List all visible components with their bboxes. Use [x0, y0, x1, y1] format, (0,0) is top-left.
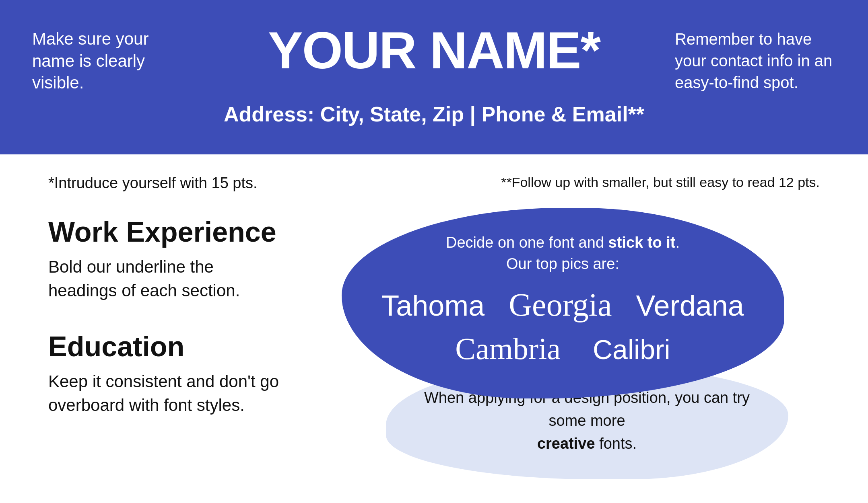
- left-column: Work Experience Bold our underline the h…: [48, 216, 282, 446]
- font-georgia: Georgia: [509, 287, 612, 323]
- font-blob-intro: Decide on one font and stick to it.Our t…: [446, 232, 680, 275]
- light-blob-after: fonts.: [599, 435, 637, 452]
- font-cambria: Cambria: [455, 331, 561, 366]
- tip-right-text: Remember to have your contact info in an…: [675, 24, 836, 93]
- font-blob: Decide on one font and stick to it.Our t…: [342, 208, 784, 398]
- header-top-row: Make sure your name is clearly visible. …: [32, 24, 836, 94]
- education-body: Keep it consistent and don't go overboar…: [48, 370, 282, 417]
- main-content: *Intruduce yourself with 15 pts. **Follo…: [0, 154, 868, 503]
- right-column: Decide on one font and stick to it.Our t…: [306, 216, 820, 479]
- header-banner: Make sure your name is clearly visible. …: [0, 0, 868, 154]
- footnote-right: **Follow up with smaller, but still easy…: [501, 175, 820, 190]
- font-names-row1: Tahoma Georgia Verdana: [381, 287, 744, 323]
- tip-left-text: Make sure your name is clearly visible.: [32, 24, 185, 94]
- font-names-row2: Cambria Calibri: [455, 331, 670, 366]
- font-verdana: Verdana: [636, 289, 744, 322]
- lower-section: Work Experience Bold our underline the h…: [48, 216, 820, 479]
- education-heading: Education: [48, 331, 282, 363]
- font-calibri: Calibri: [593, 334, 670, 365]
- work-experience-body: Bold our underline the headings of each …: [48, 255, 282, 303]
- address-line: Address: City, State, Zip | Phone & Emai…: [224, 102, 644, 126]
- light-blob-bold: creative: [537, 435, 595, 452]
- font-tahoma: Tahoma: [381, 289, 485, 322]
- footnote-left: *Intruduce yourself with 15 pts.: [48, 175, 258, 192]
- main-name-heading: YOUR NAME*: [268, 20, 600, 80]
- footnote-row: *Intruduce yourself with 15 pts. **Follo…: [48, 175, 820, 192]
- work-experience-heading: Work Experience: [48, 216, 282, 248]
